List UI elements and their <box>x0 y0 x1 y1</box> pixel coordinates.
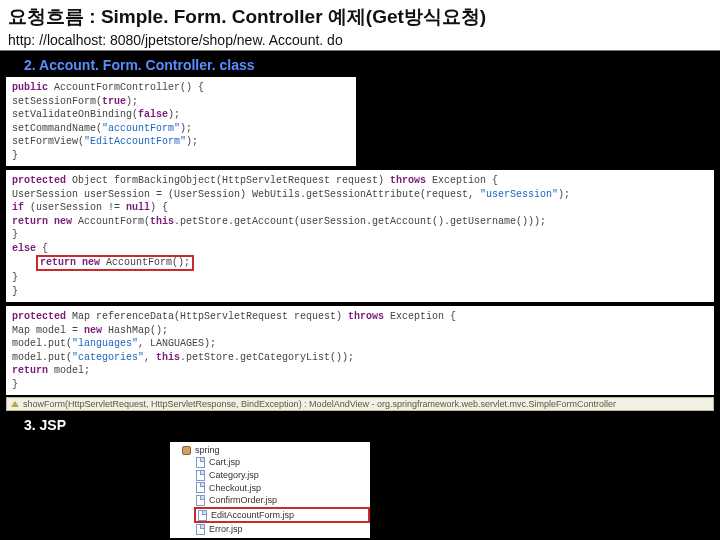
page-url: http: //localhost: 8080/jpetstore/shop/n… <box>8 32 712 48</box>
jsp-file-icon <box>196 470 205 481</box>
tree-file[interactable]: Error.jsp <box>170 523 370 536</box>
code-block-referencedata: protected Map referenceData(HttpServletR… <box>6 306 714 395</box>
override-indicator: showForm(HttpServletRequest, HttpServlet… <box>6 397 714 411</box>
inherit-text: showForm(HttpServletRequest, HttpServlet… <box>23 399 616 409</box>
section-3-label: 3. JSP <box>0 411 720 437</box>
package-icon <box>182 446 191 455</box>
jsp-file-icon <box>196 524 205 535</box>
tree-file[interactable]: Checkout.jsp <box>170 482 370 495</box>
title-bar: 요청흐름 : Simple. Form. Controller 예제(Get방식… <box>0 0 720 51</box>
triangle-icon <box>11 401 19 407</box>
jsp-file-tree: spring Cart.jsp Category.jsp Checkout.js… <box>170 442 370 538</box>
kw-public: public <box>12 82 48 93</box>
jsp-file-icon <box>196 495 205 506</box>
section-2-label: 2. Account. Form. Controller. class <box>0 51 720 77</box>
tree-file[interactable]: Cart.jsp <box>170 456 370 469</box>
jsp-file-icon <box>196 457 205 468</box>
jsp-file-icon <box>198 510 207 521</box>
code-block-constructor: public AccountFormController() { setSess… <box>6 77 356 166</box>
highlight-return-new-form: return new AccountForm(); <box>36 255 194 271</box>
tree-file[interactable]: ConfirmOrder.jsp <box>170 494 370 507</box>
tree-file-highlighted[interactable]: EditAccountForm.jsp <box>194 507 370 524</box>
tree-file[interactable]: Category.jsp <box>170 469 370 482</box>
page-title: 요청흐름 : Simple. Form. Controller 예제(Get방식… <box>8 4 712 30</box>
tree-folder-spring[interactable]: spring <box>170 444 370 457</box>
jsp-file-icon <box>196 482 205 493</box>
code-block-formbacking: protected Object formBackingObject(HttpS… <box>6 170 714 302</box>
